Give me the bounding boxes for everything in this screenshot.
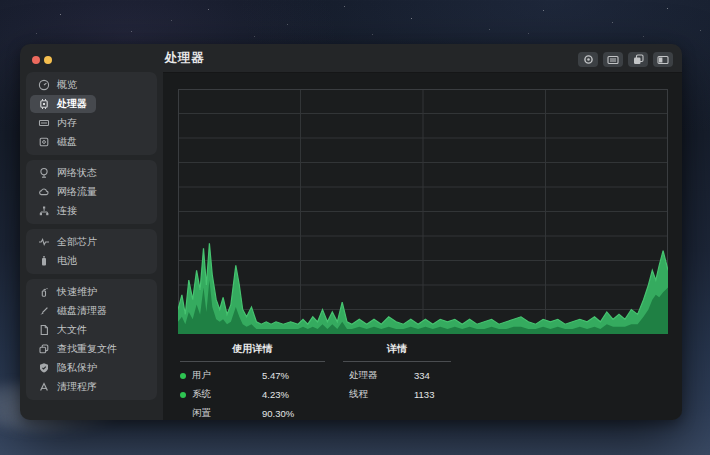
sidebar-item-network-status[interactable]: 网络状态	[30, 164, 106, 182]
globe-icon	[37, 167, 50, 180]
sidebar-item-label: 网络状态	[57, 166, 97, 180]
stat-label: 系统	[192, 388, 262, 401]
sidebar-item-disk-cleaner[interactable]: 磁盘清理器	[30, 302, 116, 320]
stat-row-user: 用户 5.47%	[180, 366, 325, 385]
cleanup-icon	[37, 381, 50, 394]
app-window: 处理器	[20, 44, 682, 420]
stat-value: 1133	[414, 389, 434, 400]
sidebar-group-hardware: 全部芯片 电池	[26, 229, 157, 274]
sidebar-item-label: 清理程序	[57, 380, 97, 394]
stat-label: 用户	[192, 369, 262, 382]
sidebar-group-network: 网络状态 网络流量 连接	[26, 160, 157, 224]
sidebar-item-cpu[interactable]: 处理器	[30, 95, 96, 113]
system-legend-dot	[180, 392, 186, 398]
stat-label: 线程	[349, 388, 414, 401]
sidebar-group-monitors: 概览 处理器 内存 磁盘	[26, 72, 157, 155]
sidebar-item-label: 磁盘	[57, 135, 77, 149]
sidebar-item-privacy[interactable]: 隐私保护	[30, 359, 106, 377]
sidebar-item-label: 全部芯片	[57, 235, 97, 249]
sidebar-item-find-duplicates[interactable]: 查找重复文件	[30, 340, 126, 358]
sidebar-item-label: 查找重复文件	[57, 342, 117, 356]
sidebar-item-overview[interactable]: 概览	[30, 76, 86, 94]
sidebar-toggle-button[interactable]	[653, 52, 673, 67]
details-title: 详情	[343, 339, 451, 361]
cpu-chart-area	[178, 89, 668, 334]
sidebar-item-label: 概览	[57, 78, 77, 92]
sidebar-item-label: 快速维护	[57, 285, 97, 299]
maintenance-icon	[37, 286, 50, 299]
stat-value: 4.23%	[262, 389, 289, 400]
sidebar-item-battery[interactable]: 电池	[30, 252, 86, 270]
grid-view-button[interactable]	[603, 52, 623, 67]
hierarchy-icon	[37, 205, 50, 218]
battery-icon	[37, 255, 50, 268]
stat-label: 处理器	[349, 369, 414, 382]
sidebar: 概览 处理器 内存 磁盘	[20, 72, 163, 420]
grid-view-icon	[607, 55, 619, 65]
sidebar-item-label: 内存	[57, 116, 77, 130]
toolbar	[578, 52, 673, 67]
stat-value: 5.47%	[262, 370, 289, 381]
sidebar-item-label: 电池	[57, 254, 77, 268]
stat-row-system: 系统 4.23%	[180, 385, 325, 404]
sidebar-item-label: 磁盘清理器	[57, 304, 107, 318]
sidebar-item-quick-maintenance[interactable]: 快速维护	[30, 283, 106, 301]
cpu-usage-chart	[178, 89, 668, 334]
cpu-icon	[37, 98, 50, 111]
duplicate-icon	[37, 343, 50, 356]
stat-row-idle: 闲置 90.30%	[180, 404, 325, 423]
divider	[180, 361, 325, 362]
minimize-button[interactable]	[44, 56, 52, 64]
sidebar-item-label: 连接	[57, 204, 77, 218]
sidebar-item-label: 网络流量	[57, 185, 97, 199]
sidebar-item-connections[interactable]: 连接	[30, 202, 86, 220]
stat-value: 334	[414, 370, 430, 381]
user-legend-dot	[180, 373, 186, 379]
sidebar-item-label: 大文件	[57, 323, 87, 337]
sidebar-item-network-traffic[interactable]: 网络流量	[30, 183, 106, 201]
sidebar-item-label: 隐私保护	[57, 361, 97, 375]
sidebar-toggle-icon	[657, 55, 669, 65]
stat-value: 90.30%	[262, 408, 294, 419]
sidebar-item-disk[interactable]: 磁盘	[30, 133, 86, 151]
brush-icon	[37, 305, 50, 318]
sidebar-item-all-chips[interactable]: 全部芯片	[30, 233, 106, 251]
desktop-stars	[0, 0, 1, 1]
window-title: 处理器	[165, 44, 204, 72]
stats-panel: 使用详情 用户 5.47% 系统 4.23% 闲置 90.30%	[180, 339, 451, 423]
document-icon	[37, 324, 50, 337]
divider	[343, 361, 451, 362]
copy-icon	[633, 54, 644, 65]
copy-button[interactable]	[628, 52, 648, 67]
record-icon	[583, 54, 594, 65]
disk-icon	[37, 136, 50, 149]
stat-label: 闲置	[192, 407, 262, 420]
cloud-icon	[37, 186, 50, 199]
sidebar-group-cleaning: 快速维护 磁盘清理器 大文件 查找重复文件	[26, 279, 157, 400]
waveform-icon	[37, 236, 50, 249]
memory-icon	[37, 117, 50, 130]
sidebar-item-label: 处理器	[57, 97, 87, 111]
close-button[interactable]	[32, 56, 40, 64]
details-table: 详情 处理器 334 线程 1133	[343, 339, 451, 423]
sidebar-item-memory[interactable]: 内存	[30, 114, 86, 132]
stat-row-processes: 处理器 334	[343, 366, 451, 385]
shield-icon	[37, 362, 50, 375]
titlebar: 处理器	[20, 44, 682, 72]
usage-details-title: 使用详情	[180, 339, 325, 361]
usage-details-table: 使用详情 用户 5.47% 系统 4.23% 闲置 90.30%	[180, 339, 325, 423]
main-content: 使用详情 用户 5.47% 系统 4.23% 闲置 90.30%	[163, 72, 682, 420]
record-button[interactable]	[578, 52, 598, 67]
stat-row-threads: 线程 1133	[343, 385, 451, 404]
sidebar-item-large-files[interactable]: 大文件	[30, 321, 96, 339]
sidebar-item-uninstaller[interactable]: 清理程序	[30, 378, 106, 396]
gauge-icon	[37, 79, 50, 92]
